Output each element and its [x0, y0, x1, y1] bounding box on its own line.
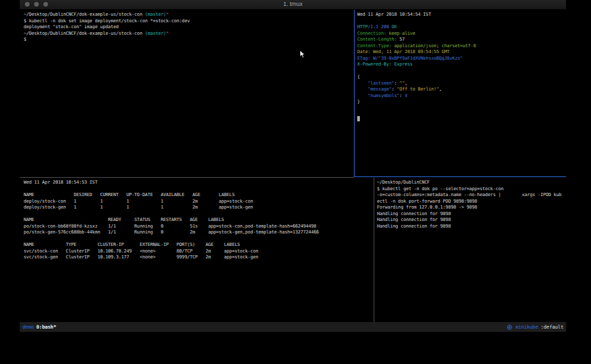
terminal-cursor	[357, 116, 360, 121]
status-right: minikube:default	[507, 324, 563, 330]
http-response-output: Wed 11 Apr 2018 10:54:54 IST HTTP/1.1 20…	[357, 12, 568, 106]
kubectl-resources-output: Wed 11 Apr 2018 10:54:53 IST NAME DESIRE…	[24, 180, 374, 261]
pane-divider-vertical-top[interactable]	[354, 10, 355, 176]
status-left: demo 0:bash*	[22, 324, 56, 330]
window-tab-current[interactable]: 0:bash*	[36, 324, 56, 330]
pane-bottom-right-port-forward[interactable]: ~/Desktop/DublinCNCF $ kubectl get -n do…	[375, 178, 568, 324]
pane-top-left-shell[interactable]: ~/Desktop/DublinCNCF/dok-example-us/stoc…	[20, 10, 355, 176]
kube-context: minikube	[515, 324, 538, 330]
shell-output: ~/Desktop/DublinCNCF/dok-example-us/stoc…	[24, 12, 355, 43]
pane-divider-horizontal-right[interactable]	[354, 176, 566, 177]
pane-divider-horizontal-left[interactable]	[20, 177, 354, 178]
kubernetes-wheel-icon	[507, 325, 512, 330]
desktop-background: 1. tmux ~/Desktop/DublinCNCF/dok-example…	[0, 0, 591, 364]
terminal-window: 1. tmux ~/Desktop/DublinCNCF/dok-example…	[20, 0, 566, 332]
tmux-status-bar: demo 0:bash* minikube:default	[20, 322, 566, 332]
window-titlebar[interactable]: 1. tmux	[20, 0, 566, 10]
pane-divider-vertical-bottom[interactable]	[374, 178, 374, 322]
session-name: demo	[22, 324, 33, 330]
pane-bottom-left-kubectl-watch[interactable]: Wed 11 Apr 2018 10:54:53 IST NAME DESIRE…	[20, 178, 374, 324]
tmux-terminal: ~/Desktop/DublinCNCF/dok-example-us/stoc…	[20, 10, 566, 322]
kube-namespace: :default	[540, 324, 563, 330]
port-forward-output: ~/Desktop/DublinCNCF $ kubectl get -n do…	[377, 180, 568, 230]
pane-top-right-http-response[interactable]: Wed 11 Apr 2018 10:54:54 IST HTTP/1.1 20…	[355, 10, 568, 176]
window-title: 1. tmux	[20, 1, 566, 7]
mouse-pointer-icon	[299, 51, 306, 58]
